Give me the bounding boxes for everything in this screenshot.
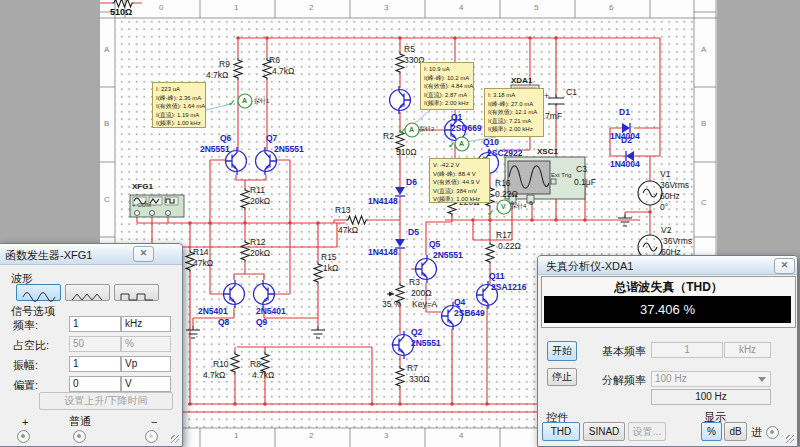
fundamental-freq-input[interactable]: 1	[651, 342, 723, 358]
thd-panel: 总谐波失真（THD） 37.406 %	[541, 276, 796, 328]
function-generator-dialog[interactable]: 函数发生器-XFG1 ✕ 波形 信号选项 频率:1kHz占空比:50%振幅:1V…	[0, 243, 183, 447]
in-terminal[interactable]	[766, 426, 779, 439]
xfg-row-duty-cycle: 占空比:50%	[0, 336, 182, 352]
chevron-down-icon	[758, 377, 766, 382]
xda-titlebar[interactable]: 失真分析仪-XDA1 ✕	[538, 256, 797, 275]
close-icon[interactable]: ✕	[774, 258, 795, 274]
sinad-mode-button[interactable]: SINAD	[583, 422, 625, 441]
duty-cycle-input[interactable]: 50	[69, 336, 121, 352]
triangle-wave-button[interactable]	[65, 284, 110, 301]
thd-value-display: 37.406 %	[544, 296, 791, 323]
resolution-freq-label: 分解频率	[602, 373, 646, 388]
amplitude-label: 振幅:	[13, 358, 38, 373]
minus-terminal[interactable]	[145, 430, 158, 443]
minus-terminal-label: −	[151, 416, 157, 428]
offset-input[interactable]: 0	[69, 376, 121, 392]
close-icon[interactable]: ✕	[133, 246, 154, 262]
fundamental-freq-unit[interactable]: kHz	[724, 342, 771, 358]
xfg-titlebar[interactable]: 函数发生器-XFG1 ✕	[0, 244, 182, 265]
sine-wave-icon	[22, 292, 56, 302]
db-display-button[interactable]: dB	[724, 422, 747, 441]
offset-label: 偏置:	[13, 378, 38, 393]
sine-wave-button[interactable]	[16, 284, 61, 301]
duty-cycle-label: 占空比:	[13, 338, 49, 353]
resize-grip[interactable]	[171, 435, 179, 443]
amplitude-unit[interactable]: Vp	[121, 356, 171, 372]
probe-readout[interactable]: I: 223 uAI(峰-峰): 2.36 mAI(有效值): 1.64 mAI…	[152, 82, 206, 128]
percent-display-button[interactable]: %	[701, 422, 722, 441]
common-terminal-label: 普通	[69, 414, 91, 429]
stop-button[interactable]: 停止	[547, 368, 577, 386]
resolution-freq-display: 100 Hz	[651, 389, 771, 405]
xda-title: 失真分析仪-XDA1	[546, 259, 633, 274]
common-terminal[interactable]	[73, 430, 86, 443]
square-wave-button[interactable]	[114, 284, 159, 301]
set-rise-fall-button[interactable]: 设置上升/下降时间	[39, 392, 173, 410]
offset-unit[interactable]: V	[121, 376, 171, 392]
xfg-row-offset: 偏置:0V	[0, 376, 182, 392]
thd-mode-button[interactable]: THD	[542, 422, 580, 441]
start-button[interactable]: 开始	[547, 341, 577, 361]
distortion-analyzer-dialog[interactable]: 失真分析仪-XDA1 ✕ 总谐波失真（THD） 37.406 % 开始 停止 基…	[537, 255, 798, 447]
thd-header: 总谐波失真（THD）	[542, 279, 795, 296]
xfg-row-amplitude: 振幅:1Vp	[0, 356, 182, 372]
multisim-workspace: 510ΩR94.7kΩR64.7kΩR5330ΩR2510ΩR1120kΩR12…	[0, 0, 800, 447]
frequency-label: 频率:	[13, 318, 38, 333]
frequency-input[interactable]: 1	[69, 316, 121, 332]
probe-readout[interactable]: I: 10.9 uAI(峰-峰): 10.2 mAI(有效值): 4.84 mA…	[420, 62, 474, 110]
settings-button[interactable]: 设置...	[628, 422, 666, 441]
in-terminal-label: 进	[751, 425, 762, 440]
triangle-wave-icon	[71, 292, 105, 302]
resize-grip[interactable]	[786, 435, 794, 443]
amplitude-input[interactable]: 1	[69, 356, 121, 372]
plus-terminal[interactable]	[17, 430, 30, 443]
xfg-row-frequency: 频率:1kHz	[0, 316, 182, 332]
probe-readout[interactable]: V: -42.2 VV(峰-峰): 88.4 VV(有效值): 44.9 VV(…	[429, 158, 490, 203]
resolution-freq-select[interactable]: 100 Hz	[651, 371, 771, 387]
probe-readout[interactable]: I: 3.18 mAI(峰-峰): 27.0 mAI(有效值): 12.1 mA…	[484, 88, 544, 137]
square-wave-icon	[120, 292, 154, 302]
xfg-title: 函数发生器-XFG1	[5, 248, 92, 263]
fundamental-freq-label: 基本频率	[602, 344, 646, 359]
duty-cycle-unit[interactable]: %	[121, 336, 171, 352]
plus-terminal-label: +	[22, 416, 28, 428]
frequency-unit[interactable]: kHz	[121, 316, 171, 332]
